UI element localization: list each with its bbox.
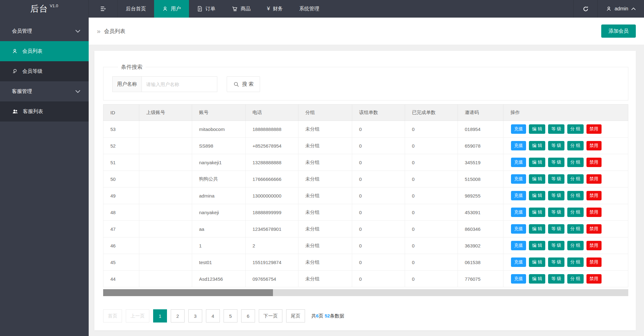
disable-button[interactable]: 禁用 [586,191,602,200]
cell-id: 53 [103,121,139,138]
disable-button[interactable]: 禁用 [586,241,602,250]
search-button[interactable]: 搜 索 [227,76,260,92]
disable-button[interactable]: 禁用 [586,274,602,284]
nav-item-system[interactable]: 系统管理 [291,0,327,18]
disable-button[interactable]: 禁用 [586,257,602,267]
next-page-button[interactable]: 下一页 [259,309,282,322]
page-button-4[interactable]: 4 [206,309,220,322]
table-row: 45test0115519129874未分组00061538充值编 辑等 级分 … [103,254,628,271]
edit-button[interactable]: 编 辑 [529,257,545,267]
page-button-1[interactable]: 1 [153,309,167,322]
cell-phone: 18888888888 [246,121,298,138]
cell-parent [139,221,192,237]
level-button[interactable]: 等 级 [548,274,564,284]
disable-button[interactable]: 禁用 [586,224,602,234]
level-button[interactable]: 等 级 [548,241,564,250]
last-page-button[interactable]: 尾页 [286,309,305,322]
recharge-button[interactable]: 充值 [511,257,526,267]
recharge-button[interactable]: 充值 [511,124,526,134]
nav-item-goods[interactable]: 商品 [224,0,259,18]
refresh-button[interactable] [573,0,598,18]
group-button[interactable]: 分 组 [567,191,584,200]
recharge-button[interactable]: 充值 [511,241,526,250]
level-button[interactable]: 等 级 [548,208,564,217]
scrollbar-thumb[interactable] [103,289,273,296]
nav-item-home[interactable]: 后台首页 [118,0,154,18]
disable-button[interactable]: 禁用 [586,124,602,134]
cell-group-orders: 0 [352,121,405,138]
sidebar-toggle-button[interactable] [89,0,118,18]
level-button[interactable]: 等 级 [548,158,564,167]
user-menu[interactable]: admin [598,0,644,18]
topbar-right: admin [573,0,644,18]
user-name: admin [614,6,628,12]
level-button[interactable]: 等 级 [548,141,564,150]
pagination: 首页 上一页 123456 下一页 尾页 共6页 52条数据 [103,309,628,322]
page-button-3[interactable]: 3 [188,309,202,322]
recharge-button[interactable]: 充值 [511,141,526,150]
recharge-button[interactable]: 充值 [511,224,526,234]
sidebar-group-member-management[interactable]: 会员管理 [0,21,89,41]
disable-button[interactable]: 禁用 [586,208,602,217]
level-button[interactable]: 等 级 [548,257,564,267]
level-button[interactable]: 等 级 [548,191,564,200]
horizontal-scrollbar[interactable] [103,289,628,296]
edit-button[interactable]: 编 辑 [529,224,545,234]
cell-group: 未分组 [298,204,352,221]
nav-item-orders[interactable]: 订单 [189,0,224,18]
edit-button[interactable]: 编 辑 [529,174,545,184]
page-button-6[interactable]: 6 [241,309,255,322]
sidebar-item-member-list[interactable]: 会员列表 [0,41,89,61]
group-button[interactable]: 分 组 [567,241,584,250]
page-button-5[interactable]: 5 [224,309,237,322]
group-button[interactable]: 分 组 [567,208,584,217]
edit-button[interactable]: 编 辑 [529,158,545,167]
summary-pages-unit: 页 [319,313,323,318]
level-button[interactable]: 等 级 [548,224,564,234]
group-button[interactable]: 分 组 [567,124,584,134]
recharge-button[interactable]: 充值 [511,208,526,217]
level-button[interactable]: 等 级 [548,174,564,184]
edit-button[interactable]: 编 辑 [529,191,545,200]
group-button[interactable]: 分 组 [567,174,584,184]
group-button[interactable]: 分 组 [567,141,584,150]
edit-button[interactable]: 编 辑 [529,124,545,134]
sidebar-item-member-level[interactable]: 会员等级 [0,61,89,81]
group-button[interactable]: 分 组 [567,274,584,284]
sidebar-group-service-management[interactable]: 客服管理 [0,81,89,101]
summary-prefix: 共 [311,313,316,318]
page-button-2[interactable]: 2 [171,309,185,322]
recharge-button[interactable]: 充值 [511,158,526,167]
disable-button[interactable]: 禁用 [586,158,602,167]
top-menu: 后台首页 用户 订单 [118,0,327,18]
add-member-button[interactable]: 添加会员 [601,24,636,38]
col-header-group-orders: 该组单数 [352,105,405,121]
cell-invite-code: 453091 [458,204,503,221]
recharge-button[interactable]: 充值 [511,274,526,284]
cell-id: 49 [103,187,139,204]
nav-item-users[interactable]: 用户 [154,0,189,18]
cell-phone: 13000000000 [246,187,298,204]
edit-button[interactable]: 编 辑 [529,274,545,284]
username-label: 用户名称 [112,76,142,92]
cell-group-orders: 0 [352,154,405,171]
refresh-icon [582,6,589,12]
cell-group: 未分组 [298,154,352,171]
group-button[interactable]: 分 组 [567,158,584,167]
group-button[interactable]: 分 组 [567,224,584,234]
summary-records-unit: 条数据 [330,313,344,318]
col-header-parent-account: 上级账号 [139,105,192,121]
sidebar-item-service-list[interactable]: 客服列表 [0,101,89,122]
edit-button[interactable]: 编 辑 [529,141,545,150]
disable-button[interactable]: 禁用 [586,141,602,150]
edit-button[interactable]: 编 辑 [529,208,545,217]
recharge-button[interactable]: 充值 [511,174,526,184]
disable-button[interactable]: 禁用 [586,174,602,184]
cell-account: test01 [192,254,246,271]
group-button[interactable]: 分 组 [567,257,584,267]
recharge-button[interactable]: 充值 [511,191,526,200]
level-button[interactable]: 等 级 [548,124,564,134]
nav-item-finance[interactable]: ¥ 财务 [259,0,291,18]
username-input[interactable] [142,76,217,92]
edit-button[interactable]: 编 辑 [529,241,545,250]
